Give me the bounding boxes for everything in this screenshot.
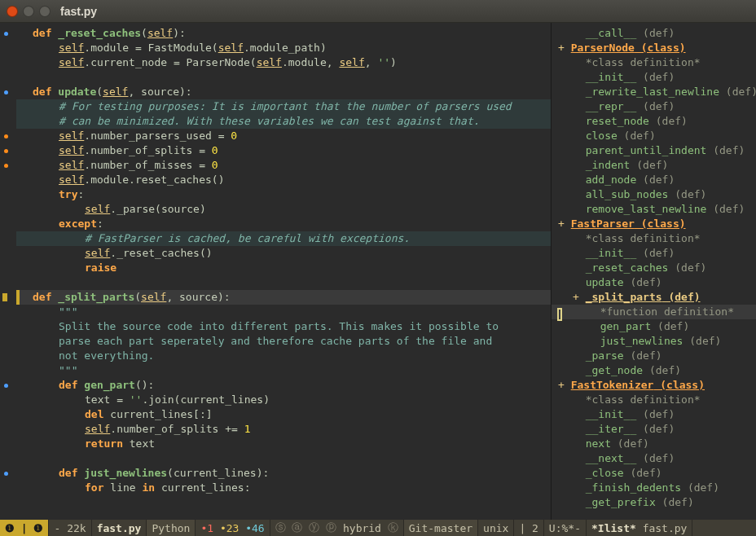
code-line[interactable]: """ bbox=[16, 305, 551, 319]
code-line[interactable]: text = ''.join(current_lines) bbox=[16, 393, 551, 407]
maximize-icon[interactable] bbox=[39, 6, 51, 17]
sb-info-count: •46 bbox=[245, 522, 264, 534]
sb-mode: - 22k bbox=[49, 520, 91, 536]
outline-meta[interactable]: *function definition* bbox=[552, 305, 756, 319]
outline-content[interactable]: __call__ (def)+ ParserNode (class) *clas… bbox=[552, 23, 756, 510]
code-line[interactable]: for line in current_lines: bbox=[16, 481, 551, 495]
outline-meta[interactable]: *class definition* bbox=[552, 231, 756, 246]
code-line[interactable]: self.module = FastModule(self.module_pat… bbox=[16, 41, 551, 55]
code-line[interactable]: self.number_parsers_used = 0 bbox=[16, 129, 551, 143]
code-content[interactable]: def _reset_caches(self):self.module = Fa… bbox=[0, 23, 551, 495]
minimize-icon[interactable] bbox=[23, 6, 34, 17]
outline-class[interactable]: + FastTokenizer (class) bbox=[552, 378, 756, 393]
sb-ilist[interactable]: *Ilist* fast.py bbox=[587, 520, 692, 536]
code-line[interactable]: parse each part seperately and therefore… bbox=[16, 334, 551, 349]
expand-icon[interactable]: + bbox=[558, 42, 571, 54]
outline-pane[interactable]: __call__ (def)+ ParserNode (class) *clas… bbox=[551, 23, 756, 520]
code-line[interactable]: # For testing purposes: It is important … bbox=[16, 99, 551, 114]
sb-warnings[interactable]: ❶ | ❶ bbox=[0, 520, 49, 536]
sb-filename[interactable]: fast.py bbox=[92, 520, 147, 536]
outline-def[interactable]: _rewrite_last_newline (def) bbox=[552, 85, 756, 99]
outline-def[interactable]: __next__ (def) bbox=[552, 451, 756, 466]
outline-class[interactable]: + FastParser (class) bbox=[552, 217, 756, 231]
sb-git-branch[interactable]: Git-master bbox=[404, 520, 478, 536]
outline-def[interactable]: _indent (def) bbox=[552, 158, 756, 173]
gutter-dot-icon[interactable] bbox=[4, 472, 8, 476]
outline-def[interactable]: close (def) bbox=[552, 129, 756, 143]
code-line[interactable] bbox=[16, 70, 551, 85]
code-line[interactable]: self.number_of_splits = 0 bbox=[16, 143, 551, 158]
code-line[interactable]: return text bbox=[16, 437, 551, 451]
code-line[interactable]: del current_lines[:] bbox=[16, 407, 551, 422]
code-line-def[interactable]: def gen_part(): bbox=[16, 378, 551, 393]
outline-class[interactable]: + ParserNode (class) bbox=[552, 41, 756, 55]
gutter-dot-icon[interactable] bbox=[4, 164, 8, 168]
window-title: fast.py bbox=[60, 5, 97, 18]
window-controls bbox=[7, 6, 51, 17]
outline-def[interactable]: next (def) bbox=[552, 437, 756, 451]
code-line[interactable]: self._reset_caches() bbox=[16, 246, 551, 261]
code-pane[interactable]: def _reset_caches(self):self.module = Fa… bbox=[0, 23, 551, 520]
outline-meta[interactable]: *class definition* bbox=[552, 55, 756, 70]
gutter bbox=[0, 23, 16, 520]
outline-def[interactable]: _get_node (def) bbox=[552, 363, 756, 378]
code-line[interactable]: not everything. bbox=[16, 349, 551, 363]
code-line-def[interactable]: def update(self, source): bbox=[16, 85, 551, 99]
code-line[interactable]: # FastParser is cached, be careful with … bbox=[16, 231, 551, 246]
code-line-def[interactable]: def just_newlines(current_lines): bbox=[16, 466, 551, 481]
outline-def[interactable]: add_node (def) bbox=[552, 173, 756, 187]
code-line[interactable]: except: bbox=[16, 217, 551, 231]
code-line-def[interactable]: def _reset_caches(self): bbox=[16, 26, 551, 41]
code-line[interactable] bbox=[16, 451, 551, 466]
outline-def[interactable]: _close (def) bbox=[552, 466, 756, 481]
code-line[interactable]: try: bbox=[16, 187, 551, 202]
outline-def[interactable]: __call__ (def) bbox=[552, 26, 756, 41]
outline-def[interactable]: just_newlines (def) bbox=[552, 334, 756, 349]
outline-def[interactable]: _finish_dedents (def) bbox=[552, 481, 756, 495]
gutter-dot-icon[interactable] bbox=[4, 32, 8, 36]
outline-def[interactable]: parent_until_indent (def) bbox=[552, 143, 756, 158]
code-line[interactable]: Split the source code into different par… bbox=[16, 319, 551, 334]
sb-right-mode: U:%*- bbox=[544, 520, 587, 536]
expand-icon[interactable]: + bbox=[573, 291, 586, 303]
outline-def[interactable]: _parse (def) bbox=[552, 349, 756, 363]
outline-def[interactable]: __init__ (def) bbox=[552, 407, 756, 422]
expand-icon[interactable]: + bbox=[558, 217, 571, 230]
gutter-dot-icon[interactable] bbox=[2, 293, 7, 301]
outline-def[interactable]: gen_part (def) bbox=[552, 319, 756, 334]
code-line[interactable]: self._parse(source) bbox=[16, 202, 551, 217]
code-line[interactable] bbox=[16, 275, 551, 290]
expand-icon[interactable]: + bbox=[558, 379, 571, 391]
outline-def[interactable]: reset_node (def) bbox=[552, 114, 756, 129]
outline-meta[interactable]: *class definition* bbox=[552, 393, 756, 407]
sb-python[interactable]: Python bbox=[147, 520, 196, 536]
sb-diagnostics[interactable]: •1 •23 •46 bbox=[196, 520, 270, 536]
gutter-dot-icon[interactable] bbox=[4, 384, 8, 388]
outline-def[interactable]: __init__ (def) bbox=[552, 246, 756, 261]
outline-def[interactable]: remove_last_newline (def) bbox=[552, 202, 756, 217]
close-icon[interactable] bbox=[7, 6, 18, 17]
code-line-def[interactable]: def _split_parts(self, source): bbox=[16, 290, 551, 305]
sb-position: | 2 bbox=[514, 520, 543, 536]
code-line[interactable]: raise bbox=[16, 261, 551, 275]
gutter-dot-icon[interactable] bbox=[4, 134, 8, 138]
gutter-dot-icon[interactable] bbox=[4, 149, 8, 153]
outline-def[interactable]: _get_prefix (def) bbox=[552, 495, 756, 510]
outline-cursor-icon bbox=[557, 308, 562, 321]
sb-error-count: •1 bbox=[200, 522, 213, 534]
outline-def[interactable]: all_sub_nodes (def) bbox=[552, 187, 756, 202]
code-line[interactable]: self.number_of_misses = 0 bbox=[16, 158, 551, 173]
code-line[interactable]: """ bbox=[16, 363, 551, 378]
outline-def[interactable]: update (def) bbox=[552, 275, 756, 290]
outline-def[interactable]: + _split_parts (def) bbox=[552, 290, 756, 305]
code-line[interactable]: self.number_of_splits += 1 bbox=[16, 422, 551, 437]
code-line[interactable]: self.current_node = ParserNode(self.modu… bbox=[16, 55, 551, 70]
outline-def[interactable]: __init__ (def) bbox=[552, 70, 756, 85]
outline-def[interactable]: __iter__ (def) bbox=[552, 422, 756, 437]
outline-def[interactable]: __repr__ (def) bbox=[552, 99, 756, 114]
sb-warning-count: •23 bbox=[220, 522, 239, 534]
outline-def[interactable]: _reset_caches (def) bbox=[552, 261, 756, 275]
code-line[interactable]: self.module.reset_caches() bbox=[16, 173, 551, 187]
code-line[interactable]: # can be minimized. With these variables… bbox=[16, 114, 551, 129]
gutter-dot-icon[interactable] bbox=[4, 90, 8, 94]
